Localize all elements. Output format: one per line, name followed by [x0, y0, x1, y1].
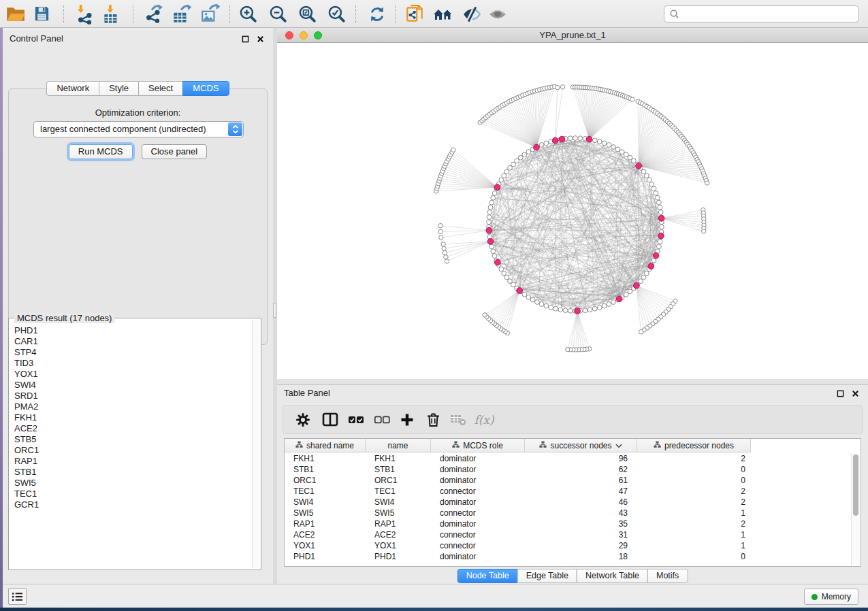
graph-node[interactable]	[487, 215, 492, 220]
result-node-item[interactable]: TID3	[9, 358, 252, 369]
tab-select[interactable]: Select	[138, 81, 183, 96]
graph-node[interactable]	[511, 162, 516, 167]
result-node-item[interactable]: STP4	[9, 347, 252, 358]
graph-node[interactable]	[549, 305, 553, 310]
mcds-node[interactable]	[658, 216, 664, 222]
zoom-in-icon[interactable]	[236, 3, 260, 25]
minimize-window-button[interactable]	[300, 31, 308, 39]
graph-node[interactable]	[553, 306, 558, 311]
table-row[interactable]: ACE2ACE2connector311	[285, 529, 852, 540]
result-node-item[interactable]: GCR1	[9, 499, 252, 510]
mcds-node[interactable]	[534, 144, 540, 150]
horizontal-splitter[interactable]	[277, 379, 868, 384]
graph-node[interactable]	[597, 305, 602, 310]
graph-node[interactable]	[508, 165, 513, 170]
graph-node[interactable]	[647, 178, 652, 182]
graph-node[interactable]	[442, 246, 446, 250]
graph-node[interactable]	[487, 220, 492, 225]
export-table-icon[interactable]	[169, 3, 193, 25]
graph-node[interactable]	[489, 200, 494, 205]
search-field[interactable]	[664, 5, 859, 22]
function-builder-icon[interactable]: f(x)	[472, 406, 496, 433]
result-node-item[interactable]: YOX1	[9, 369, 252, 380]
graph-node[interactable]	[631, 159, 636, 163]
graph-node[interactable]	[628, 289, 632, 294]
tab-network[interactable]: Network	[46, 81, 99, 96]
graph-node[interactable]	[592, 138, 597, 143]
graph-node[interactable]	[439, 235, 443, 240]
graph-node[interactable]	[522, 292, 527, 297]
result-node-item[interactable]: PMA2	[9, 401, 252, 412]
create-column-icon[interactable]	[396, 406, 419, 433]
delete-columns-icon[interactable]	[421, 406, 445, 433]
graph-node[interactable]	[444, 255, 448, 259]
graph-node[interactable]	[499, 267, 504, 271]
open-file-icon[interactable]	[3, 3, 28, 25]
graph-node[interactable]	[644, 174, 649, 178]
network-canvas[interactable]	[277, 43, 868, 379]
tab-motifs[interactable]: Motifs	[647, 569, 688, 583]
graph-node[interactable]	[502, 271, 507, 276]
tab-mcds[interactable]: MCDS	[182, 81, 229, 96]
import-table-icon[interactable]	[99, 3, 123, 25]
graph-node[interactable]	[535, 300, 540, 305]
mcds-node[interactable]	[616, 296, 622, 302]
graph-node[interactable]	[491, 195, 496, 200]
graph-node[interactable]	[597, 139, 602, 144]
graph-node[interactable]	[655, 195, 660, 200]
graph-node[interactable]	[558, 308, 563, 312]
graph-node[interactable]	[602, 141, 607, 146]
graph-node[interactable]	[526, 150, 531, 154]
table-row[interactable]: RAP1RAP1dominator352	[285, 518, 852, 529]
graph-node[interactable]	[620, 150, 624, 154]
column-header-predecessor-nodes[interactable]: predecessor nodes	[637, 439, 751, 452]
graph-node[interactable]	[639, 330, 643, 334]
graph-node[interactable]	[483, 313, 487, 317]
export-image-icon[interactable]	[197, 3, 222, 25]
graph-node[interactable]	[499, 178, 504, 182]
graph-node[interactable]	[628, 155, 632, 160]
graph-node[interactable]	[526, 295, 531, 299]
result-node-item[interactable]: ACE2	[9, 423, 252, 434]
graph-node[interactable]	[563, 308, 568, 313]
graph-node[interactable]	[658, 210, 663, 215]
table-row[interactable]: ORC1ORC1dominator610	[285, 475, 852, 486]
table-scrollbar[interactable]	[851, 453, 860, 565]
result-list-scrollbar[interactable]	[252, 320, 259, 568]
graph-node[interactable]	[705, 181, 709, 185]
result-node-item[interactable]: RAP1	[9, 456, 252, 467]
mcds-node[interactable]	[495, 259, 501, 265]
result-node-item[interactable]: SWI5	[9, 478, 252, 489]
graph-node[interactable]	[539, 143, 544, 148]
save-session-icon[interactable]	[29, 3, 54, 25]
mcds-node[interactable]	[486, 227, 492, 233]
panel-menu-button[interactable]	[8, 588, 27, 605]
graph-node[interactable]	[511, 282, 516, 287]
graph-node[interactable]	[544, 303, 549, 308]
graph-node[interactable]	[583, 308, 588, 313]
graph-node[interactable]	[438, 229, 443, 233]
graph-node[interactable]	[607, 143, 611, 148]
deselect-all-rows-icon[interactable]	[370, 406, 393, 433]
graph-node[interactable]	[630, 97, 634, 101]
graph-node[interactable]	[658, 205, 662, 210]
mcds-node[interactable]	[648, 263, 654, 269]
graph-node[interactable]	[445, 259, 449, 263]
zoom-window-button[interactable]	[314, 31, 322, 39]
graph-node[interactable]	[624, 292, 628, 297]
table-row[interactable]: SWI5SWI5connector431	[285, 508, 852, 518]
close-panel-button[interactable]: Close panel	[142, 144, 208, 159]
graph-node[interactable]	[607, 302, 611, 307]
graph-node[interactable]	[491, 249, 496, 254]
refresh-view-icon[interactable]	[365, 3, 389, 25]
graph-node[interactable]	[656, 200, 661, 205]
mcds-node[interactable]	[586, 136, 592, 142]
run-mcds-button[interactable]: Run MCDS	[69, 144, 133, 159]
graph-node[interactable]	[544, 141, 549, 146]
graph-node[interactable]	[592, 306, 597, 311]
graph-node[interactable]	[560, 85, 564, 89]
mcds-result-list[interactable]: PHD1CAR1STP4TID3YOX1SWI4SRD1PMA2FKH1ACE2…	[9, 325, 252, 568]
close-window-button[interactable]	[285, 31, 293, 39]
mcds-node[interactable]	[575, 308, 581, 314]
graph-node[interactable]	[624, 152, 628, 157]
